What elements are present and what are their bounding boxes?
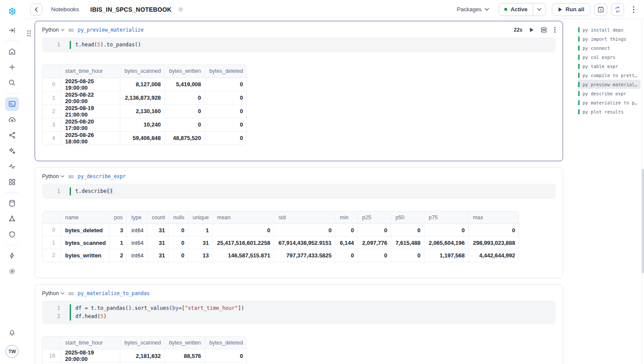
packages-label: Packages: [457, 6, 482, 13]
cell-success-bar: [578, 82, 580, 87]
session-status-chevron[interactable]: [533, 3, 545, 16]
divider: [6, 41, 19, 41]
table-row: 2bytes_written2int6431013146,587,515.871…: [42, 249, 518, 262]
schedule-icon: [597, 6, 604, 13]
cell-name[interactable]: py_materialize_to_pandas: [78, 290, 150, 296]
more-options-kebab-icon[interactable]: [628, 3, 639, 16]
settings-gear-icon[interactable]: [5, 264, 19, 278]
display-mode-icon[interactable]: [541, 27, 547, 33]
cell-name[interactable]: py_describe_expr: [78, 173, 126, 179]
shield-icon[interactable]: [5, 228, 19, 241]
user-avatar[interactable]: TW: [6, 345, 19, 358]
collapse-sidebar-icon[interactable]: [5, 23, 19, 37]
chevron-down-icon: [61, 29, 64, 31]
outline-item-label: py_materialize_to_p…: [583, 100, 637, 105]
share-nodes-icon[interactable]: [5, 128, 19, 142]
chevron-down-icon: [61, 175, 64, 178]
outline-item-label: py_connect: [583, 46, 610, 51]
outline-item-label: py_preview_material…: [583, 82, 637, 87]
cell-drag-handle-icon[interactable]: [27, 30, 31, 37]
result-table: namepostypecountnullsuniquemeanstdminp25…: [42, 211, 518, 262]
outline-item[interactable]: py_plot_results: [577, 107, 641, 116]
topbar: Notebooks IBIS_IN_SPCS_NOTEBOOK Packages…: [24, 0, 644, 19]
cell-success-bar: [578, 64, 580, 69]
table-row: 42025-08-26 18:00:0059,406,84848,875,520…: [42, 131, 246, 145]
sparkles-icon[interactable]: [5, 144, 19, 158]
table-row: 12025-08-22 20:00:002,136,873,92800: [42, 91, 246, 104]
cell-name[interactable]: py_preview_materialize: [78, 27, 144, 33]
notebook-cell[interactable]: Python as py_materialize_to_pandas 12df …: [35, 284, 563, 364]
notebook-settings-gear-icon[interactable]: [177, 6, 184, 13]
home-icon[interactable]: [5, 45, 19, 58]
outline-item[interactable]: py_describe_expr: [577, 89, 641, 98]
cell-success-bar: [578, 91, 580, 96]
snowflake-logo[interactable]: ❆: [8, 7, 16, 16]
as-label: as: [68, 173, 74, 179]
outline-item-label: py_plot_results: [583, 109, 624, 114]
session-status-split-button: Active: [499, 3, 546, 16]
status-label: Active: [511, 6, 528, 13]
cell-output: start_time_hourbytes_scannedbytes_writte…: [42, 65, 556, 161]
projects-notebooks-icon[interactable]: [5, 97, 19, 111]
activity-icon[interactable]: [5, 159, 19, 173]
schedule-button[interactable]: [594, 3, 607, 16]
bell-icon[interactable]: [5, 326, 19, 340]
notebook-title: IBIS_IN_SPCS_NOTEBOOK: [90, 6, 172, 13]
cell-outline-panel: py_install_depspy_import_thingspy_connec…: [577, 25, 641, 116]
code-editor[interactable]: 12df = t.to_pandas().sort_values(by=["st…: [42, 301, 556, 324]
cell-success-bar: [578, 73, 580, 78]
outline-item[interactable]: py_col_exprs: [577, 52, 641, 62]
cell-options-kebab-icon[interactable]: [554, 27, 556, 33]
database-icon[interactable]: [5, 196, 19, 210]
outline-item[interactable]: py_install_deps: [577, 25, 641, 34]
code-editor[interactable]: 1t.head(5).to_pandas(): [42, 37, 556, 52]
outline-item[interactable]: py_connect: [577, 43, 641, 52]
notebook-scrollbar: [641, 19, 644, 364]
marketplace-icon[interactable]: [5, 175, 19, 189]
run-all-button[interactable]: Run all: [552, 3, 590, 16]
breadcrumb-notebooks[interactable]: Notebooks: [51, 6, 79, 13]
outline-item-label: py_describe_expr: [583, 91, 626, 96]
as-label: as: [68, 27, 74, 33]
git-sync-button[interactable]: [611, 3, 624, 16]
cell-success-bar: [578, 109, 580, 114]
outline-item[interactable]: py_materialize_to_p…: [577, 98, 641, 107]
outline-item-label: py_col_exprs: [583, 55, 615, 60]
outline-item[interactable]: py_import_things: [577, 34, 641, 43]
git-sync-icon: [614, 6, 621, 13]
back-button[interactable]: [30, 3, 42, 16]
table-row: 162025-08-19 20:00:002,181,63288,5760: [42, 349, 246, 363]
cell-language-select[interactable]: Python: [42, 290, 59, 296]
cell-language-select[interactable]: Python: [42, 27, 59, 33]
create-plus-icon[interactable]: [5, 60, 19, 74]
lightning-icon[interactable]: [5, 249, 19, 263]
cursor-bar: [70, 304, 71, 321]
search-icon[interactable]: [5, 76, 19, 90]
scrollbar-thumb[interactable]: [642, 169, 644, 273]
notebook-cell[interactable]: Python as py_preview_materialize 22s 1t.…: [35, 21, 563, 161]
cell-header: Python as py_describe_expr: [35, 168, 563, 184]
notebook-cell[interactable]: Python as py_describe_expr 1t.describe()…: [35, 167, 563, 278]
divider: [6, 192, 19, 193]
cloud-upload-icon[interactable]: [5, 113, 19, 127]
cell-language-select[interactable]: Python: [42, 173, 59, 179]
play-icon: [558, 7, 562, 12]
table-row: 02025-08-25 19:00:008,127,0085,419,0080: [42, 78, 246, 91]
chevron-down-icon: [537, 8, 541, 11]
governance-icon[interactable]: [5, 212, 19, 226]
outline-item-label: py_install_deps: [583, 27, 624, 32]
run-cell-play-icon[interactable]: [529, 27, 534, 32]
table-row: 32025-08-20 17:00:0010,24000: [42, 118, 246, 131]
active-status-dot: [504, 8, 507, 11]
result-table: start_time_hourbytes_scannedbytes_writte…: [42, 65, 246, 145]
outline-item[interactable]: py_table_expr: [577, 62, 641, 71]
packages-dropdown[interactable]: Packages: [457, 6, 489, 13]
chevron-down-icon: [61, 292, 64, 295]
result-table: start_time_hourbytes_scannedbytes_writte…: [42, 337, 246, 364]
cursor-bar: [70, 41, 71, 49]
code-editor[interactable]: 1t.describe(): [42, 184, 556, 199]
notebook-canvas: Python as py_preview_materialize 22s 1t.…: [24, 19, 642, 364]
session-status-button[interactable]: Active: [499, 3, 533, 16]
outline-item[interactable]: py_preview_material…: [577, 80, 641, 89]
outline-item[interactable]: py_compile_to_prett…: [577, 71, 641, 80]
